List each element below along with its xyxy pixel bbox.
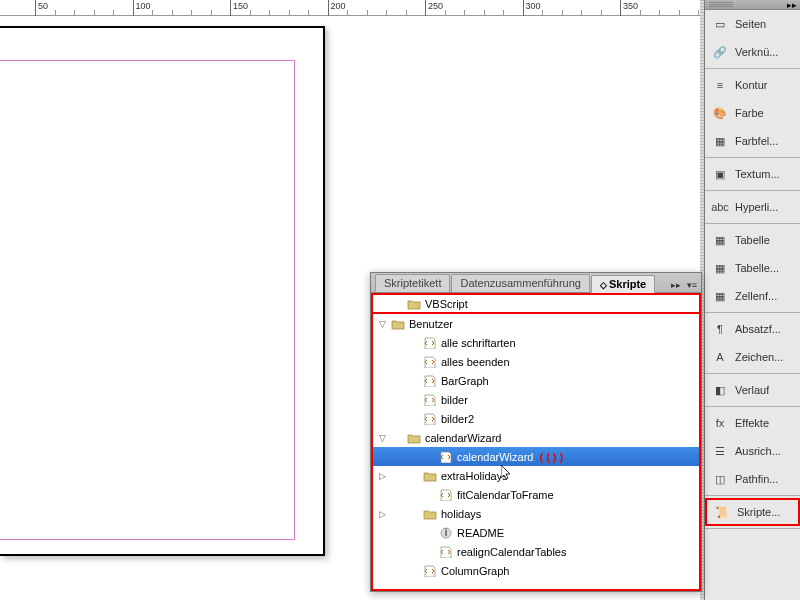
dock-item-label: Tabelle <box>735 234 770 246</box>
pages-icon: ▭ <box>711 16 729 32</box>
dock-item-label: Farbe <box>735 107 764 119</box>
tree-row-bilder2[interactable]: bilder2 <box>373 409 699 428</box>
dock-item-label: Verlauf <box>735 384 769 396</box>
dock-item-verlauf[interactable]: ◧Verlauf <box>705 376 800 404</box>
color-icon: 🎨 <box>711 105 729 121</box>
tree-item-label: alles beenden <box>441 356 510 368</box>
dock-item-label: Textum... <box>735 168 780 180</box>
tree-row-benutzer[interactable]: Benutzer <box>373 314 699 333</box>
script-icon <box>422 564 438 578</box>
dock-item-label: Absatzf... <box>735 323 781 335</box>
disclosure-triangle-icon[interactable] <box>377 433 387 443</box>
tree-row-bargraph[interactable]: BarGraph <box>373 371 699 390</box>
tablestyles-icon: ▦ <box>711 260 729 276</box>
tree-item-label: VBScript <box>425 298 468 310</box>
tree-item-label: bilder2 <box>441 413 474 425</box>
script-icon <box>438 488 454 502</box>
dock-item-kontur[interactable]: ≡Kontur <box>705 71 800 99</box>
panel-tab-skripte[interactable]: ◇Skripte <box>591 275 655 293</box>
disclosure-triangle-icon[interactable] <box>377 319 387 329</box>
folder-icon <box>390 317 406 331</box>
collapse-icon[interactable]: ▸▸ <box>787 0 797 10</box>
file-icon <box>438 526 454 540</box>
panel-tab-skriptetikett[interactable]: Skriptetikett <box>375 274 450 292</box>
tree-item-label: calendarWizard <box>425 432 501 444</box>
align-icon: ☰ <box>711 443 729 459</box>
tree-row-readme[interactable]: README <box>373 523 699 542</box>
cellstyles-icon: ▦ <box>711 288 729 304</box>
tree-item-label: extraHolidays <box>441 470 508 482</box>
dock-item-skripte[interactable]: 📜Skripte... <box>705 498 800 526</box>
tree-row-alles-beenden[interactable]: alles beenden <box>373 352 699 371</box>
dock-item-label: Zeichen... <box>735 351 783 363</box>
dock-item-label: Skripte... <box>737 506 780 518</box>
stroke-icon: ≡ <box>711 77 729 93</box>
dock-item-ausrich[interactable]: ☰Ausrich... <box>705 437 800 465</box>
tree-item-label: bilder <box>441 394 468 406</box>
annotation: ( ( ) ) <box>539 451 563 463</box>
dock-item-absatzf[interactable]: ¶Absatzf... <box>705 315 800 343</box>
folder-icon <box>406 431 422 445</box>
tree-row-calendarwizard[interactable]: calendarWizard <box>373 428 699 447</box>
disclosure-triangle-icon[interactable] <box>377 509 387 519</box>
dock-item-label: Zellenf... <box>735 290 777 302</box>
panel-tabs: SkriptetikettDatenzusammenführung◇Skript… <box>371 273 701 293</box>
panel-more-icon[interactable]: ▸▸ <box>669 278 683 292</box>
tree-item-label: README <box>457 527 504 539</box>
tree-row-calendarwizard[interactable]: calendarWizard( ( ) ) <box>373 447 699 466</box>
dock-item-pathfin[interactable]: ◫Pathfin... <box>705 465 800 493</box>
tab-label: Skripte <box>609 278 646 290</box>
script-icon <box>422 393 438 407</box>
dock-item-seiten[interactable]: ▭Seiten <box>705 10 800 38</box>
script-icon <box>422 355 438 369</box>
panel-tab-datenzusammenführung[interactable]: Datenzusammenführung <box>451 274 589 292</box>
dock-item-hyperli[interactable]: abcHyperli... <box>705 193 800 221</box>
dock-item-label: Ausrich... <box>735 445 781 457</box>
folder-icon <box>422 469 438 483</box>
panel-menu-icon[interactable]: ▾≡ <box>685 278 699 292</box>
parastyles-icon: ¶ <box>711 321 729 337</box>
dock-item-textum[interactable]: ▣Textum... <box>705 160 800 188</box>
script-icon <box>438 450 454 464</box>
tree-row-bilder[interactable]: bilder <box>373 390 699 409</box>
dock-item-tabelle[interactable]: ▦Tabelle <box>705 226 800 254</box>
tree-row-vbscript[interactable]: VBScript <box>373 295 699 314</box>
dock-item-farbe[interactable]: 🎨Farbe <box>705 99 800 127</box>
tree-item-label: Benutzer <box>409 318 453 330</box>
tree-item-label: calendarWizard <box>457 451 533 463</box>
scripts-tree[interactable]: VBScriptBenutzeralle schriftartenalles b… <box>371 293 701 591</box>
tree-item-label: ColumnGraph <box>441 565 509 577</box>
script-icon <box>438 545 454 559</box>
tree-row-holidays[interactable]: holidays <box>373 504 699 523</box>
tab-label: Skriptetikett <box>384 277 441 289</box>
pathfinder-icon: ◫ <box>711 471 729 487</box>
scripts-icon: 📜 <box>713 504 731 520</box>
tree-row-realigncalendartables[interactable]: realignCalendarTables <box>373 542 699 561</box>
hyperlink-icon: abc <box>711 199 729 215</box>
dock-item-label: Effekte <box>735 417 769 429</box>
tree-row-columngraph[interactable]: ColumnGraph <box>373 561 699 580</box>
dock-item-label: Tabelle... <box>735 262 779 274</box>
dock-item-verkn[interactable]: 🔗Verknü... <box>705 38 800 66</box>
script-icon <box>422 374 438 388</box>
folder-icon <box>422 507 438 521</box>
horizontal-ruler: 50100150200250300350 <box>0 0 700 16</box>
tree-item-label: holidays <box>441 508 481 520</box>
disclosure-triangle-icon[interactable] <box>377 471 387 481</box>
tree-row-alle-schriftarten[interactable]: alle schriftarten <box>373 333 699 352</box>
tree-item-label: alle schriftarten <box>441 337 516 349</box>
dock-item-effekte[interactable]: fxEffekte <box>705 409 800 437</box>
tree-row-extraholidays[interactable]: extraHolidays <box>373 466 699 485</box>
dock-item-zeichen[interactable]: AZeichen... <box>705 343 800 371</box>
dock-header: ▸▸ <box>705 0 800 10</box>
dock-item-tabelle[interactable]: ▦Tabelle... <box>705 254 800 282</box>
dock-item-label: Kontur <box>735 79 767 91</box>
dock-item-label: Hyperli... <box>735 201 778 213</box>
dock-item-label: Verknü... <box>735 46 778 58</box>
folder-icon <box>406 297 422 311</box>
links-icon: 🔗 <box>711 44 729 60</box>
dock-item-farbfel[interactable]: ▦Farbfel... <box>705 127 800 155</box>
tree-row-fitcalendartoframe[interactable]: fitCalendarToFrame <box>373 485 699 504</box>
dock-item-zellenf[interactable]: ▦Zellenf... <box>705 282 800 310</box>
tab-label: Datenzusammenführung <box>460 277 580 289</box>
